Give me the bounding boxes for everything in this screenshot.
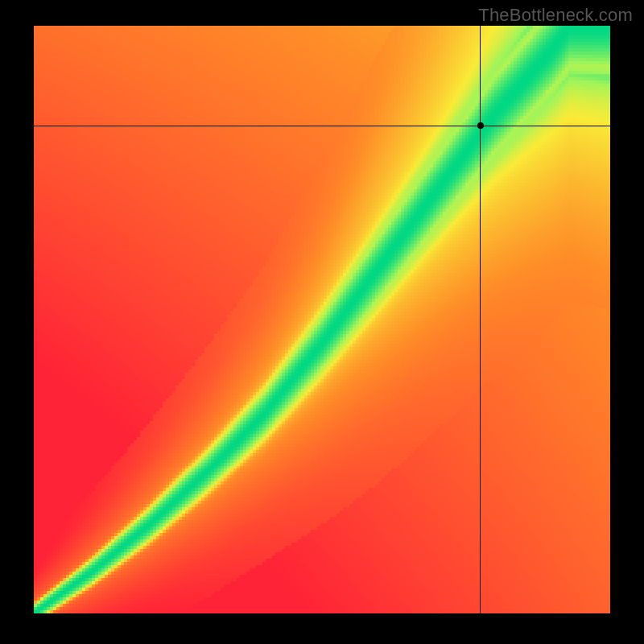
heatmap-plot: [34, 26, 610, 613]
crosshair-horizontal: [34, 126, 610, 126]
crosshair-vertical: [480, 26, 481, 613]
heatmap-canvas: [34, 26, 610, 613]
watermark-text: TheBottleneck.com: [478, 5, 633, 26]
selection-marker: [477, 122, 484, 129]
